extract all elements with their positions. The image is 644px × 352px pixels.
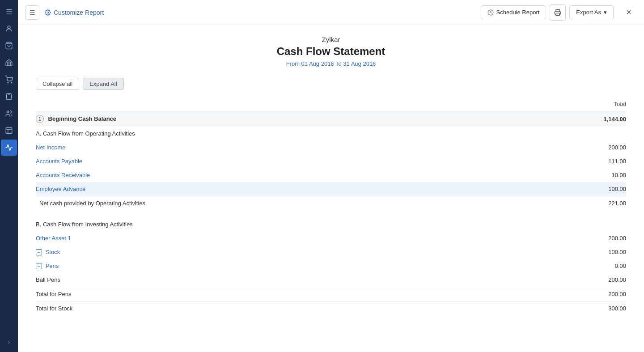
accounts-receivable-link[interactable]: Accounts Receivable: [36, 172, 90, 178]
accounts-receivable-row: Accounts Receivable 10.00: [36, 168, 626, 182]
other-asset-1-link[interactable]: Other Asset 1: [36, 235, 71, 242]
total-pens-row: Total for Pens 200.00: [36, 287, 626, 301]
stock-link[interactable]: Stock: [46, 249, 60, 255]
export-as-label: Export As: [576, 9, 601, 16]
hamburger-icon: ☰: [30, 9, 35, 16]
stock-amount: 100.00: [432, 245, 626, 259]
sidebar-item-shopping[interactable]: [1, 38, 17, 54]
svg-rect-10: [6, 127, 12, 134]
close-button[interactable]: ×: [621, 4, 637, 21]
accounts-receivable-label: Accounts Receivable: [36, 168, 432, 182]
investing-activities-title-row: B. Cash Flow from Investing Activities: [36, 217, 626, 231]
customize-report-label: Customize Report: [54, 9, 104, 16]
report-content: Zylkar Cash Flow Statement From 01 Aug 2…: [18, 25, 644, 352]
stock-label: − Stock: [36, 245, 432, 259]
pens-amount: 0.00: [432, 259, 626, 273]
period-prefix: From: [286, 60, 301, 67]
gear-icon: [45, 9, 51, 16]
ball-pens-label: Ball Pens: [36, 273, 432, 287]
investing-activities-label: B. Cash Flow from Investing Activities: [36, 217, 626, 231]
company-name: Zylkar: [36, 36, 626, 43]
employee-advance-row: Employee Advance 100.00: [36, 182, 626, 196]
expand-icon: ›: [8, 339, 10, 345]
bank-icon: [5, 59, 13, 67]
hamburger-sidebar-icon[interactable]: ☰: [1, 4, 17, 20]
svg-rect-15: [556, 13, 559, 15]
schedule-report-button[interactable]: Schedule Report: [481, 5, 547, 19]
expand-all-button[interactable]: Expand All: [83, 78, 123, 90]
pens-collapse-icon[interactable]: −: [36, 263, 42, 269]
ball-pens-amount: 200.00: [432, 273, 626, 287]
sidebar-item-analytics[interactable]: [1, 140, 17, 156]
ball-pens-row: Ball Pens 200.00: [36, 273, 626, 287]
other-asset-1-label: Other Asset 1: [36, 231, 432, 245]
report-period: From 01 Aug 2016 To 31 Aug 2016: [36, 60, 626, 67]
beginning-cash-balance-row: 1 Beginning Cash Balance 1,144.00: [36, 111, 626, 127]
operating-activities-label: A. Cash Flow from Operating Activities: [36, 127, 626, 140]
sidebar-item-reports[interactable]: [1, 123, 17, 139]
other-asset-1-row: Other Asset 1 200.00: [36, 231, 626, 245]
schedule-report-label: Schedule Report: [496, 9, 540, 16]
total-stock-label: Total for Stock: [36, 301, 432, 316]
customize-report-button[interactable]: Customize Report: [45, 9, 104, 16]
sidebar-item-cart[interactable]: [1, 72, 17, 88]
report-header: Zylkar Cash Flow Statement From 01 Aug 2…: [36, 36, 626, 67]
clock-icon: [487, 9, 494, 16]
printer-icon: [554, 9, 561, 16]
col-header-label: [36, 97, 432, 111]
spacer-row-1: [36, 210, 626, 217]
menu-icon: ☰: [6, 8, 12, 16]
employee-advance-label: Employee Advance: [36, 182, 432, 196]
pens-link[interactable]: Pens: [46, 263, 59, 269]
net-income-link[interactable]: Net Income: [36, 144, 65, 151]
operating-subtotal-label: Net cash provided by Operating Activitie…: [36, 196, 432, 211]
accounts-payable-row: Accounts Payable 111.00: [36, 154, 626, 168]
sidebar-item-clipboard[interactable]: [1, 89, 17, 105]
accounts-payable-link[interactable]: Accounts Payable: [36, 158, 82, 165]
topbar: ☰ Customize Report Schedule Report Expor…: [18, 0, 644, 25]
operating-subtotal-amount: 221.00: [432, 196, 626, 211]
accounts-receivable-amount: 10.00: [432, 168, 626, 182]
total-pens-label: Total for Pens: [36, 287, 432, 301]
accounts-payable-label: Accounts Payable: [36, 154, 432, 168]
total-stock-amount: 300.00: [432, 301, 626, 316]
svg-point-7: [11, 82, 12, 83]
beginning-cash-balance-amount: 1,144.00: [432, 111, 626, 127]
stock-collapse-icon[interactable]: −: [36, 249, 42, 255]
employee-advance-link[interactable]: Employee Advance: [36, 186, 85, 192]
report-title: Cash Flow Statement: [36, 45, 626, 58]
svg-point-13: [47, 12, 49, 13]
sidebar-item-bank[interactable]: [1, 55, 17, 71]
export-as-button[interactable]: Export As ▾: [569, 5, 614, 19]
beginning-cash-balance-label: 1 Beginning Cash Balance: [36, 111, 432, 127]
collapse-all-button[interactable]: Collapse all: [36, 78, 79, 90]
pens-row: − Pens 0.00: [36, 259, 626, 273]
export-arrow-icon: ▾: [604, 9, 607, 16]
net-income-row: Net Income 200.00: [36, 140, 626, 154]
topbar-actions: Schedule Report Export As ▾ ×: [481, 4, 637, 21]
sidebar-expand-button[interactable]: ›: [1, 337, 17, 348]
total-pens-amount: 200.00: [432, 287, 626, 301]
col-header-total: Total: [432, 97, 626, 111]
shopping-icon: [5, 42, 13, 50]
sidebar-item-person[interactable]: [1, 21, 17, 37]
report-table: Total 1 Beginning Cash Balance 1,144.00 …: [36, 97, 626, 315]
date-to: 31 Aug 2016: [343, 60, 376, 67]
print-button[interactable]: [550, 4, 566, 21]
close-icon: ×: [626, 7, 631, 17]
accounts-payable-amount: 111.00: [432, 154, 626, 168]
svg-point-9: [7, 111, 9, 113]
svg-point-0: [8, 26, 10, 29]
analytics-icon: [5, 144, 13, 152]
operating-subtotal-row: Net cash provided by Operating Activitie…: [36, 196, 626, 211]
pens-label: − Pens: [36, 259, 432, 273]
sidebar-item-contact[interactable]: [1, 106, 17, 122]
person-icon: [5, 25, 13, 33]
main-area: ☰ Customize Report Schedule Report Expor…: [18, 0, 644, 352]
clipboard-icon: [5, 93, 13, 101]
contact-icon: [5, 110, 13, 118]
net-income-amount: 200.00: [432, 140, 626, 154]
employee-advance-amount: 100.00: [432, 182, 626, 196]
topbar-hamburger-button[interactable]: ☰: [25, 5, 39, 20]
svg-point-6: [8, 82, 8, 83]
